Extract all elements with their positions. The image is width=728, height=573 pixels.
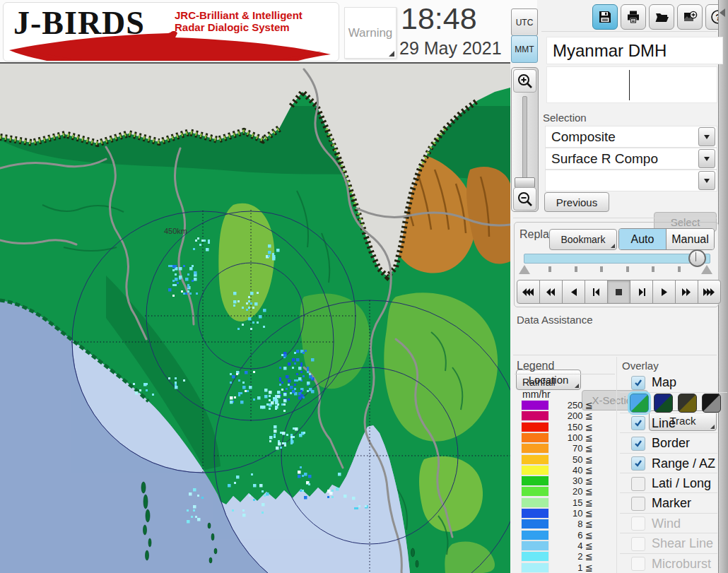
overlay-row-border: Border bbox=[620, 432, 717, 454]
legend-color-swatch bbox=[521, 432, 549, 443]
legend-entry: 100 ≦ bbox=[521, 432, 593, 443]
map-style-swatch-4[interactable] bbox=[702, 394, 721, 413]
checkbox-wind bbox=[631, 516, 645, 531]
divider bbox=[616, 357, 617, 573]
slider-tick bbox=[600, 266, 603, 272]
previous-button[interactable]: Previous bbox=[544, 192, 609, 212]
checkbox-lati-long[interactable] bbox=[631, 477, 645, 491]
folder-icon bbox=[654, 10, 669, 24]
replay-slider-track[interactable] bbox=[524, 254, 710, 264]
legend-entry: 20 ≦ bbox=[521, 486, 593, 497]
dropdown-button[interactable] bbox=[698, 127, 715, 146]
logo: J-BIRDS JRC-Brilliant & Intelligent Rada… bbox=[3, 2, 339, 61]
product-category-dropdown[interactable]: Composite bbox=[545, 126, 717, 148]
checkbox-marker[interactable] bbox=[631, 497, 645, 511]
step-forward-button[interactable] bbox=[630, 280, 653, 304]
legend-entry: 8 ≦ bbox=[521, 519, 593, 529]
legend-color-swatch bbox=[521, 454, 549, 465]
slider-start-marker[interactable] bbox=[519, 265, 530, 274]
export-image-button[interactable] bbox=[677, 4, 703, 30]
legend-entry: 70 ≦ bbox=[521, 443, 593, 454]
manual-mode-button[interactable]: Manual bbox=[667, 229, 714, 249]
legend-entry: 4 ≦ bbox=[521, 540, 593, 551]
map-style-swatch-2[interactable] bbox=[654, 394, 673, 413]
header-bar: J-BIRDS JRC-Brilliant & Intelligent Rada… bbox=[0, 0, 537, 62]
product-option-dropdown[interactable] bbox=[545, 170, 717, 191]
legend-threshold-label: 2 ≦ bbox=[549, 551, 593, 562]
play-icon bbox=[658, 288, 671, 296]
clock-date: 29 May 2021 bbox=[399, 38, 502, 59]
fast-rewind-3-icon bbox=[522, 288, 535, 296]
chevron-down-icon bbox=[704, 135, 710, 142]
step-back-button[interactable] bbox=[585, 280, 608, 304]
toolbar: ? bbox=[592, 4, 728, 30]
legend-threshold-label: 250 ≦ bbox=[549, 400, 593, 410]
legend-color-swatch bbox=[521, 540, 549, 551]
legend-threshold-label: 15 ≦ bbox=[549, 497, 593, 508]
map-style-row bbox=[620, 392, 727, 413]
replay-mode-toggle: Auto Manual bbox=[618, 228, 715, 250]
range-distance-label: 450km bbox=[164, 227, 187, 235]
legend-entry: 2 ≦ bbox=[521, 551, 593, 562]
legend-threshold-label: 4 ≦ bbox=[549, 540, 593, 551]
checkbox-line[interactable] bbox=[631, 416, 645, 430]
zoom-out-button[interactable] bbox=[513, 187, 536, 211]
checkbox-range-az[interactable] bbox=[631, 456, 645, 471]
fast-forward-icon bbox=[681, 288, 693, 296]
overlay-label: Border bbox=[652, 436, 690, 451]
fast-rewind-3-button[interactable] bbox=[517, 280, 540, 304]
fast-rewind-button[interactable] bbox=[539, 280, 563, 304]
fast-forward-3-button[interactable] bbox=[698, 280, 721, 304]
legend-color-swatch bbox=[521, 497, 549, 508]
save-button[interactable] bbox=[592, 4, 618, 30]
dropdown-button[interactable] bbox=[698, 171, 715, 190]
clock-time: 18:48 bbox=[401, 1, 477, 36]
utc-button[interactable]: UTC bbox=[511, 8, 538, 36]
station-title: Myanmar DMH bbox=[546, 37, 723, 64]
play-button[interactable] bbox=[652, 280, 676, 304]
radar-map[interactable]: 450km bbox=[0, 62, 510, 573]
checkbox-border[interactable] bbox=[631, 437, 645, 451]
replay-panel: Replay Bookmark Auto Manual bbox=[514, 222, 719, 307]
legend-threshold-label: 150 ≦ bbox=[549, 422, 593, 432]
divider bbox=[513, 218, 717, 218]
image-plus-icon bbox=[683, 10, 698, 24]
zoom-slider-track[interactable] bbox=[522, 96, 527, 184]
fast-forward-button[interactable] bbox=[675, 280, 698, 304]
status-field[interactable] bbox=[546, 66, 717, 103]
overlay-label: Marker bbox=[652, 496, 691, 511]
warning-corner-grip bbox=[389, 51, 394, 57]
stop-button[interactable] bbox=[607, 280, 630, 304]
checkbox-map[interactable] bbox=[631, 376, 645, 390]
zoom-in-button[interactable] bbox=[513, 69, 536, 93]
fast-forward-3-icon bbox=[703, 288, 716, 296]
auto-mode-button[interactable]: Auto bbox=[619, 229, 667, 249]
legend-entry: 1 ≦ bbox=[521, 562, 593, 573]
legend-entry: 200 ≦ bbox=[521, 410, 593, 421]
legend-threshold-label: 50 ≦ bbox=[549, 454, 593, 465]
map-style-swatch-1[interactable] bbox=[630, 394, 649, 413]
dropdown-button[interactable] bbox=[698, 149, 715, 168]
overlay-label: Lati / Long bbox=[652, 476, 711, 491]
legend-threshold-label: 10 ≦ bbox=[549, 508, 593, 519]
floppy-icon bbox=[598, 10, 612, 24]
map-style-swatch-3[interactable] bbox=[678, 394, 697, 413]
legend-unit-2: mm/hr bbox=[522, 389, 551, 400]
bookmark-button[interactable]: Bookmark bbox=[549, 229, 617, 250]
play-reverse-button[interactable] bbox=[562, 280, 585, 304]
text-cursor bbox=[629, 70, 630, 100]
legend-threshold-label: 1 ≦ bbox=[549, 562, 593, 573]
printer-icon bbox=[626, 10, 640, 24]
overlay-label: Shear Line bbox=[652, 536, 713, 551]
overlay-row-shear-line: Shear Line bbox=[620, 533, 717, 554]
collapse-panel-icon[interactable] bbox=[720, 8, 725, 17]
mmt-button[interactable]: MMT bbox=[511, 35, 538, 63]
checkbox-microburst bbox=[631, 557, 645, 571]
open-folder-button[interactable] bbox=[649, 4, 674, 30]
zoom-slider-thumb[interactable] bbox=[515, 177, 535, 188]
print-button[interactable] bbox=[621, 4, 646, 30]
slider-end-marker[interactable] bbox=[701, 265, 712, 274]
product-type-dropdown[interactable]: Surface R Compo bbox=[545, 148, 717, 170]
warning-button[interactable]: Warning bbox=[344, 7, 397, 59]
legend-entry: 10 ≦ bbox=[521, 508, 593, 519]
